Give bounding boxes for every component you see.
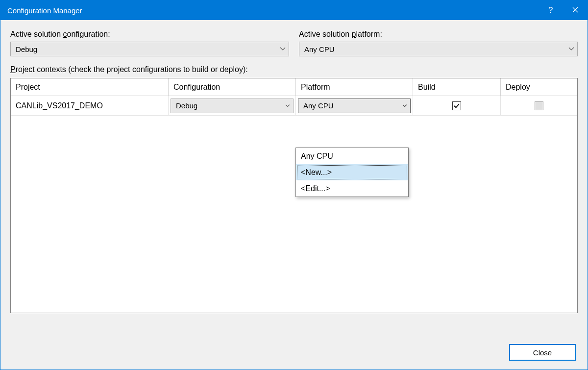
header-build[interactable]: Build — [413, 78, 501, 96]
titlebar-title: Configuration Manager — [7, 6, 539, 15]
chevron-down-icon — [402, 104, 407, 107]
active-solution-config-label: Active solution configuration: — [10, 30, 289, 39]
grid-header: Project Configuration Platform Build Dep… — [11, 78, 577, 96]
chevron-down-icon — [568, 47, 574, 51]
active-solution-platform-value: Any CPU — [304, 45, 335, 53]
dropdown-item-edit[interactable]: <Edit...> — [296, 180, 408, 197]
row-build-cell — [413, 96, 501, 116]
active-solution-config-combo[interactable]: Debug — [10, 42, 289, 56]
help-button[interactable]: ? — [539, 0, 563, 20]
content-area: Active solution configuration: Debug Act… — [0, 20, 588, 313]
checkmark-icon — [453, 103, 460, 109]
project-contexts-label: Project contexts (check the project conf… — [10, 65, 578, 74]
help-icon: ? — [549, 6, 553, 15]
active-solution-platform-group: Active solution platform: Any CPU — [299, 30, 578, 56]
active-solution-platform-combo[interactable]: Any CPU — [299, 42, 578, 56]
project-grid[interactable]: Project Configuration Platform Build Dep… — [10, 78, 578, 313]
header-platform[interactable]: Platform — [296, 78, 413, 96]
close-icon — [572, 6, 578, 15]
top-row: Active solution configuration: Debug Act… — [10, 30, 578, 56]
active-solution-platform-label: Active solution platform: — [299, 30, 578, 39]
deploy-checkbox — [535, 101, 543, 110]
row-project-name: CANLib_VS2017_DEMO — [11, 96, 169, 116]
row-config-cell: Debug — [169, 96, 296, 116]
titlebar[interactable]: Configuration Manager ? — [0, 0, 588, 20]
dropdown-item-new[interactable]: <New...> — [296, 164, 408, 180]
build-checkbox[interactable] — [452, 101, 461, 110]
row-deploy-cell — [501, 96, 577, 116]
dropdown-item-any-cpu[interactable]: Any CPU — [296, 148, 408, 164]
row-platform-cell: Any CPU — [296, 96, 413, 116]
header-configuration[interactable]: Configuration — [169, 78, 296, 96]
row-platform-combo[interactable]: Any CPU — [298, 99, 411, 113]
header-project[interactable]: Project — [11, 78, 169, 96]
config-manager-dialog: Configuration Manager ? Active solution … — [0, 0, 588, 370]
row-config-value: Debug — [176, 101, 197, 110]
platform-dropdown-list: Any CPU <New...> <Edit...> — [295, 148, 409, 197]
footer: Close — [509, 344, 576, 361]
row-config-combo[interactable]: Debug — [171, 99, 294, 113]
table-row[interactable]: CANLib_VS2017_DEMO Debug Any CPU — [11, 96, 577, 116]
active-solution-config-value: Debug — [16, 45, 37, 53]
chevron-down-icon — [280, 47, 286, 51]
header-deploy[interactable]: Deploy — [501, 78, 577, 96]
row-platform-value: Any CPU — [303, 101, 334, 110]
close-window-button[interactable] — [563, 0, 588, 20]
titlebar-controls: ? — [539, 0, 588, 20]
active-solution-config-group: Active solution configuration: Debug — [10, 30, 289, 56]
chevron-down-icon — [285, 104, 290, 107]
close-button[interactable]: Close — [509, 344, 576, 361]
